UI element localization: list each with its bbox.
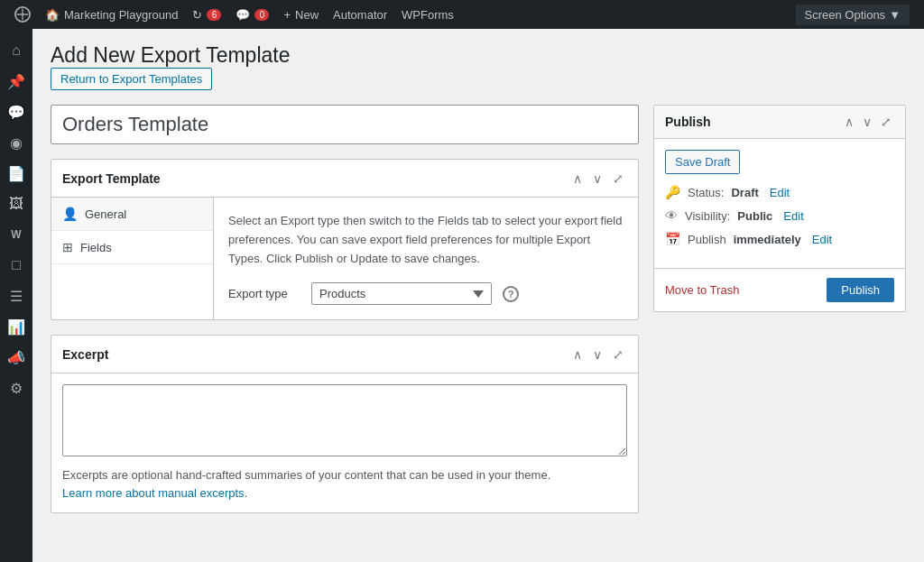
updates-icon: ↻ (192, 8, 202, 22)
sidebar-item-woo[interactable]: W (2, 220, 31, 249)
home-icon: 🏠 (45, 8, 60, 22)
excerpt-collapse-down-button[interactable]: ∨ (589, 345, 605, 364)
excerpt-textarea[interactable] (62, 384, 627, 456)
status-value: Draft (731, 186, 758, 199)
page-actions: Return to Export Templates (51, 68, 906, 90)
new-item[interactable]: + New (276, 0, 326, 29)
export-template-title: Export Template (62, 171, 569, 186)
sidebar-item-marketing[interactable]: 📣 (2, 343, 31, 372)
excerpt-title: Excerpt (62, 347, 569, 362)
publish-collapse-up-button[interactable]: ∧ (842, 113, 856, 131)
publish-time-row: 📅 Publish immediately Edit (665, 232, 894, 246)
sidebar-item-orders[interactable]: ☰ (2, 281, 31, 310)
sidebar-item-pages[interactable]: 📄 (2, 159, 31, 188)
export-template-box: Export Template ∧ ∨ ⤢ 👤 (51, 159, 639, 320)
publish-time-label: Publish (688, 233, 726, 246)
excerpt-note: Excerpts are optional hand-crafted summa… (62, 466, 627, 502)
visibility-icon: 👁 (665, 208, 678, 223)
publish-body: Save Draft 🔑 Status: Draft Edit 👁 (654, 139, 905, 268)
visibility-edit-link[interactable]: Edit (783, 209, 803, 223)
content-area: Export Template ∧ ∨ ⤢ 👤 (51, 105, 906, 513)
tab-general-label: General (85, 207, 126, 221)
main-content: Add New Export Template Return to Export… (32, 29, 924, 562)
expand-button[interactable]: ⤢ (609, 170, 627, 188)
side-column: Publish ∧ ∨ ⤢ Save Draft 🔑 (653, 105, 906, 312)
export-template-header: Export Template ∧ ∨ ⤢ (51, 160, 638, 198)
wrap: Add New Export Template Return to Export… (51, 43, 906, 513)
excerpt-body: Excerpts are optional hand-crafted summa… (51, 373, 638, 512)
wpforms-item[interactable]: WPForms (394, 0, 461, 29)
comments-item[interactable]: 💬 0 (228, 0, 276, 29)
sidebar-item-pin[interactable]: 📌 (2, 67, 31, 96)
excerpt-header: Excerpt ∧ ∨ ⤢ (51, 336, 638, 373)
visibility-row: 👁 Visibility: Public Edit (665, 208, 894, 223)
status-edit-link[interactable]: Edit (770, 186, 790, 199)
calendar-icon: 📅 (665, 232, 680, 246)
export-type-label: Export type (228, 287, 300, 300)
collapse-down-button[interactable]: ∨ (589, 170, 605, 188)
visibility-value: Public (737, 209, 772, 223)
excerpt-box: Excerpt ∧ ∨ ⤢ Excerpts are optional hand… (51, 335, 639, 513)
plus-icon: + (283, 8, 291, 22)
screen-options-button[interactable]: Screen Options ▼ (796, 5, 910, 25)
export-template-main-content: Select an Export type then switch to the… (214, 198, 638, 319)
export-type-row: Export type Products Orders Customers Co… (228, 282, 624, 305)
publish-footer: Move to Trash Publish (654, 268, 905, 311)
admin-bar: 🏠 Marketing Playground ↻ 6 💬 0 + New Aut… (0, 0, 924, 29)
adminbar-right: Screen Options ▼ (796, 5, 917, 25)
export-template-tabs: 👤 General ⊞ Fields (51, 198, 214, 319)
publish-header: Publish ∧ ∨ ⤢ (654, 106, 905, 139)
publish-meta: 🔑 Status: Draft Edit 👁 Visibility: Publi… (665, 185, 894, 246)
sidebar-item-chat[interactable]: ◉ (2, 128, 31, 157)
sidebar-item-analytics[interactable]: 📊 (2, 312, 31, 341)
general-icon: 👤 (62, 207, 78, 221)
collapse-up-button[interactable]: ∧ (569, 170, 586, 188)
status-icon: 🔑 (665, 185, 680, 199)
sidebar-item-settings[interactable]: ⚙ (2, 373, 31, 402)
publish-title: Publish (665, 115, 711, 129)
excerpt-collapse-up-button[interactable]: ∧ (569, 345, 586, 364)
publish-box: Publish ∧ ∨ ⤢ Save Draft 🔑 (653, 105, 906, 312)
publish-collapse-down-button[interactable]: ∨ (860, 113, 874, 131)
excerpt-controls: ∧ ∨ ⤢ (569, 345, 627, 364)
export-type-select[interactable]: Products Orders Customers Coupons (311, 282, 492, 305)
return-to-export-templates-link[interactable]: Return to Export Templates (51, 68, 212, 90)
status-label: Status: (688, 186, 724, 199)
export-template-controls: ∧ ∨ ⤢ (569, 170, 627, 188)
sidebar-item-media[interactable]: 🖼 (2, 189, 31, 218)
tab-fields-label: Fields (80, 241, 112, 254)
status-row: 🔑 Status: Draft Edit (665, 185, 894, 199)
excerpt-expand-button[interactable]: ⤢ (609, 345, 627, 364)
export-description: Select an Export type then switch to the… (228, 212, 624, 268)
tab-fields[interactable]: ⊞ Fields (51, 231, 213, 264)
publish-header-controls: ∧ ∨ ⤢ (842, 113, 894, 131)
main-column: Export Template ∧ ∨ ⤢ 👤 (51, 105, 639, 513)
automator-item[interactable]: Automator (326, 0, 394, 29)
excerpt-learn-more-link[interactable]: Learn more about manual excerpts (62, 486, 245, 500)
sidebar-item-comments[interactable]: 💬 (2, 97, 31, 126)
export-template-body: 👤 General ⊞ Fields Select an Expo (51, 198, 638, 319)
wp-logo[interactable] (7, 0, 38, 29)
fields-icon: ⊞ (62, 240, 73, 254)
publish-expand-button[interactable]: ⤢ (878, 113, 894, 131)
site-name[interactable]: 🏠 Marketing Playground (38, 0, 185, 29)
save-draft-button[interactable]: Save Draft (665, 150, 740, 174)
publish-time-value: immediately (734, 233, 801, 246)
visibility-label: Visibility: (685, 209, 730, 223)
tab-general[interactable]: 👤 General (51, 198, 213, 231)
sidebar-item-dashboard[interactable]: ⌂ (2, 36, 31, 65)
page-title: Add New Export Template (51, 43, 899, 68)
page-header: Add New Export Template Return to Export… (51, 43, 906, 90)
wp-wrap: ⌂ 📌 💬 ◉ 📄 🖼 W □ ☰ 📊 📣 ⚙ Add New Export T… (0, 29, 924, 562)
updates-item[interactable]: ↻ 6 (185, 0, 228, 29)
comments-icon: 💬 (236, 8, 250, 22)
help-icon[interactable]: ? (503, 286, 519, 302)
template-name-input[interactable] (51, 105, 639, 144)
move-to-trash-link[interactable]: Move to Trash (665, 283, 739, 297)
publish-time-edit-link[interactable]: Edit (812, 233, 832, 246)
publish-button[interactable]: Publish (827, 278, 894, 302)
sidebar-item-products[interactable]: □ (2, 251, 31, 280)
admin-menu: ⌂ 📌 💬 ◉ 📄 🖼 W □ ☰ 📊 📣 ⚙ (0, 29, 32, 562)
